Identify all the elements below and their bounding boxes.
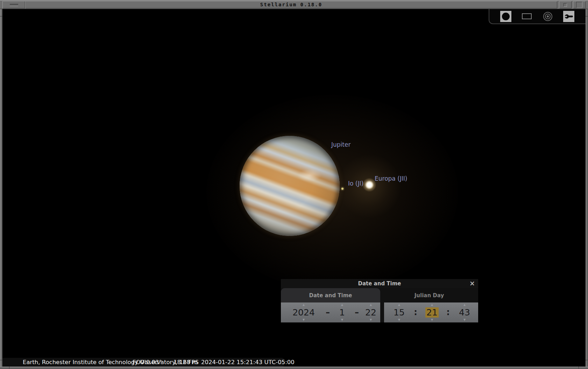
stellarium-window: Stellarium 0.18.0: [0, 0, 588, 369]
date-time-dialog: Date and Time × Date and Time Julian Day…: [281, 279, 478, 322]
hour-spinner[interactable]: ▲ 15 ▼: [389, 302, 410, 322]
europa-label: Europa (JII): [375, 175, 407, 182]
datetime-readout: 2024-01-22 15:21:43 UTC-05:00: [201, 358, 295, 367]
day-spinner[interactable]: ▲ 22 ▼: [360, 302, 381, 322]
date-separator: –: [355, 307, 359, 317]
window-border-left[interactable]: [0, 9, 2, 369]
planet-jupiter[interactable]: [240, 136, 340, 236]
fov-readout: FOV 0.03°: [133, 358, 162, 367]
moon-io[interactable]: [341, 188, 343, 190]
moon-europa[interactable]: [362, 178, 376, 192]
day-down-icon[interactable]: ▼: [370, 319, 372, 321]
window-border-right[interactable]: [586, 9, 588, 369]
time-spinner-panel: ▲ 15 ▼ : ▲ 21 ▼ : ▲ 43 ▼: [384, 302, 478, 322]
month-up-icon[interactable]: ▲: [341, 304, 343, 306]
date-separator: –: [326, 307, 330, 317]
jupiter-label: Jupiter: [331, 141, 350, 148]
frame-notch: [579, 367, 579, 369]
ocular-view-icon[interactable]: [500, 11, 511, 22]
month-value[interactable]: 1: [339, 308, 345, 317]
minute-up-icon[interactable]: ▲: [431, 304, 433, 306]
dialog-close-button[interactable]: ×: [468, 279, 476, 288]
window-title: Stellarium 0.18.0: [25, 1, 557, 8]
ocular-circle-glyph: [502, 13, 510, 20]
time-separator: :: [414, 307, 417, 317]
second-value[interactable]: 43: [459, 308, 470, 317]
ccd-rect-glyph: [522, 13, 532, 19]
hour-up-icon[interactable]: ▲: [398, 304, 400, 306]
ccd-sensor-icon[interactable]: [521, 11, 532, 22]
telrad-rings-glyph: [543, 12, 553, 21]
second-up-icon[interactable]: ▲: [463, 304, 466, 306]
oculars-toolbar: [489, 9, 586, 24]
tab-date-and-time[interactable]: Date and Time: [281, 288, 380, 302]
frame-notch: [9, 367, 9, 369]
time-separator: :: [446, 307, 450, 317]
year-up-icon[interactable]: ▲: [303, 304, 305, 306]
dialog-tabs: Date and Time Julian Day: [281, 288, 478, 302]
minute-down-icon[interactable]: ▼: [431, 319, 433, 321]
hour-down-icon[interactable]: ▼: [398, 319, 400, 321]
fps-readout: 18.2 FPS: [173, 358, 199, 367]
frame-notch: [0, 16, 2, 16]
frame-notch: [0, 360, 2, 360]
window-menu-icon: [10, 4, 18, 6]
tab-julian-day[interactable]: Julian Day: [380, 288, 478, 302]
jupiter-limb-shading: [240, 136, 340, 236]
minimize-icon: [564, 3, 567, 7]
window-maximize-button[interactable]: [573, 1, 586, 8]
oculars-settings-icon[interactable]: [563, 11, 574, 22]
maximize-icon: [576, 2, 582, 8]
frame-notch: [586, 360, 588, 360]
second-spinner[interactable]: ▲ 43 ▼: [454, 302, 475, 322]
year-value[interactable]: 2024: [292, 308, 315, 317]
status-bar: Earth, Rochester Institute of Technology…: [2, 358, 284, 367]
location-readout: Earth, Rochester Institute of Technology…: [23, 358, 198, 367]
minute-selected-value[interactable]: 21: [425, 307, 439, 318]
telrad-icon[interactable]: [542, 11, 553, 22]
window-border-bottom[interactable]: [0, 367, 588, 369]
minute-value[interactable]: 21: [425, 308, 439, 317]
io-label: Io (JI): [348, 180, 363, 187]
year-spinner[interactable]: ▲ 2024 ▼: [293, 302, 314, 322]
hour-value[interactable]: 15: [394, 308, 405, 317]
window-menu-button[interactable]: [2, 1, 25, 8]
wrench-glyph: [564, 12, 574, 21]
year-down-icon[interactable]: ▼: [303, 319, 305, 321]
day-up-icon[interactable]: ▲: [370, 304, 372, 306]
date-spinner-panel: ▲ 2024 ▼ – ▲ 1 ▼ – ▲ 22 ▼: [281, 302, 380, 322]
day-value[interactable]: 22: [365, 308, 376, 317]
window-titlebar[interactable]: Stellarium 0.18.0: [0, 0, 588, 9]
frame-notch: [586, 16, 588, 16]
window-minimize-button[interactable]: [559, 1, 572, 8]
sky-canvas[interactable]: Jupiter Io (JI) Europa (JII) Date and Ti…: [2, 9, 586, 367]
second-down-icon[interactable]: ▼: [463, 319, 466, 321]
dialog-titlebar[interactable]: Date and Time ×: [281, 279, 478, 288]
month-spinner[interactable]: ▲ 1 ▼: [332, 302, 353, 322]
month-down-icon[interactable]: ▼: [341, 319, 343, 321]
minute-spinner[interactable]: ▲ 21 ▼: [421, 302, 442, 322]
dialog-title: Date and Time: [358, 280, 401, 287]
